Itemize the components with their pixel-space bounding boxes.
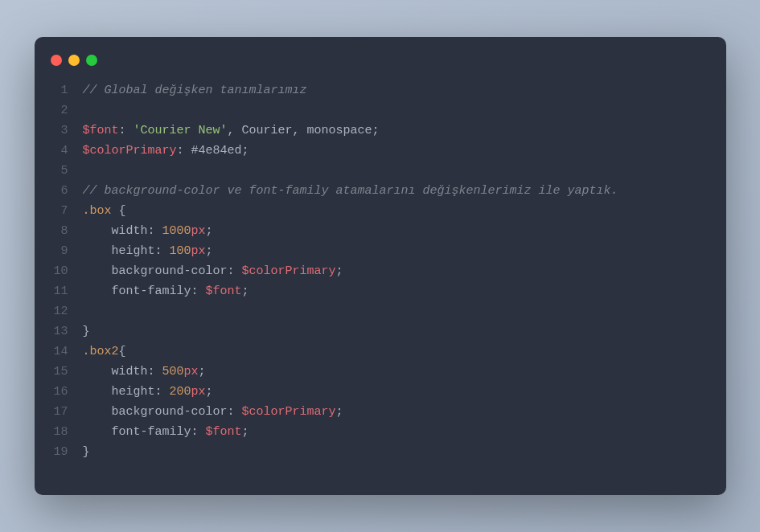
code-token: ;: [242, 425, 249, 439]
code-area[interactable]: 12345678910111213141516171819 // Global …: [35, 80, 726, 462]
code-line[interactable]: height: 200px;: [83, 382, 618, 402]
line-number: 3: [51, 121, 68, 141]
line-number: 12: [51, 301, 68, 321]
code-line[interactable]: $font: 'Courier New', Courier, monospace…: [83, 121, 618, 141]
code-token: height: [112, 385, 155, 399]
code-token: width: [112, 365, 148, 379]
code-token: :: [191, 425, 206, 439]
code-token: font-family: [112, 284, 191, 298]
code-token: background-color: [112, 405, 228, 419]
code-token: :: [155, 244, 170, 258]
code-token: 500: [162, 365, 184, 379]
code-line[interactable]: $colorPrimary: #4e84ed;: [83, 141, 618, 161]
code-token: $font: [206, 425, 242, 439]
code-line[interactable]: width: 1000px;: [83, 221, 618, 241]
line-number: 7: [51, 201, 68, 221]
code-token: [83, 425, 112, 439]
code-token: :: [228, 405, 242, 419]
code-token: }: [83, 325, 90, 338]
code-token: height: [112, 244, 155, 258]
line-number: 13: [51, 321, 68, 342]
code-token: :: [191, 284, 206, 298]
code-line[interactable]: [83, 161, 618, 181]
line-number: 1: [51, 80, 68, 100]
window-titlebar: [35, 55, 726, 80]
code-token: , Courier, monospace: [228, 124, 372, 137]
code-line[interactable]: [83, 301, 618, 321]
code-line[interactable]: background-color: $colorPrimary;: [83, 261, 618, 281]
code-token: px: [191, 224, 206, 238]
code-token: ;: [199, 365, 206, 379]
close-icon[interactable]: [51, 55, 62, 66]
line-number: 14: [51, 342, 68, 362]
code-token: $colorPrimary: [242, 264, 336, 278]
code-line[interactable]: height: 100px;: [83, 241, 618, 261]
line-number: 19: [51, 442, 68, 462]
code-token: background-color: [112, 264, 228, 278]
code-token: :: [119, 124, 134, 137]
code-line[interactable]: width: 500px;: [83, 362, 618, 382]
line-number-gutter: 12345678910111213141516171819: [51, 80, 83, 462]
code-token: .box: [83, 204, 112, 218]
line-number: 15: [51, 362, 68, 382]
code-token: ;: [372, 124, 380, 137]
code-token: width: [112, 224, 148, 238]
code-token: [83, 284, 112, 298]
code-token: [83, 264, 112, 278]
line-number: 17: [51, 402, 68, 422]
code-token: 200: [170, 385, 191, 399]
code-token: :: [228, 264, 242, 278]
code-token: $font: [206, 284, 242, 298]
code-line[interactable]: [83, 100, 618, 121]
code-token: px: [184, 365, 199, 379]
code-token: font-family: [112, 425, 191, 439]
code-token: [83, 244, 112, 258]
code-token: // Global değişken tanımlarımız: [83, 84, 307, 97]
code-token: .box2: [83, 345, 119, 358]
code-token: 100: [170, 244, 191, 258]
code-token: ;: [242, 144, 249, 158]
code-token: ;: [206, 224, 213, 238]
code-line[interactable]: // background-color ve font-family atama…: [83, 181, 618, 201]
code-line[interactable]: // Global değişken tanımlarımız: [83, 80, 618, 100]
line-number: 5: [51, 161, 68, 181]
line-number: 6: [51, 181, 68, 201]
code-content[interactable]: // Global değişken tanımlarımız $font: '…: [83, 80, 618, 462]
code-line[interactable]: background-color: $colorPrimary;: [83, 402, 618, 422]
code-token: ;: [336, 264, 343, 278]
code-token: #4e84ed: [191, 144, 242, 158]
code-token: }: [83, 445, 90, 459]
code-token: px: [191, 244, 206, 258]
code-token: // background-color ve font-family atama…: [83, 184, 618, 198]
line-number: 9: [51, 241, 68, 261]
code-token: :: [177, 144, 191, 158]
code-token: ;: [206, 385, 213, 399]
code-token: :: [148, 365, 162, 379]
code-token: :: [148, 224, 162, 238]
code-token: 1000: [162, 224, 191, 238]
line-number: 18: [51, 422, 68, 442]
line-number: 10: [51, 261, 68, 281]
minimize-icon[interactable]: [68, 55, 80, 66]
code-token: {: [119, 345, 126, 358]
code-token: $font: [83, 124, 119, 137]
code-token: $colorPrimary: [242, 405, 336, 419]
line-number: 11: [51, 281, 68, 301]
code-line[interactable]: }: [83, 442, 618, 462]
code-token: ;: [206, 244, 213, 258]
code-token: [83, 385, 112, 399]
code-token: 'Courier New': [134, 124, 228, 137]
code-token: [83, 405, 112, 419]
line-number: 4: [51, 141, 68, 161]
editor-window: 12345678910111213141516171819 // Global …: [35, 37, 726, 495]
maximize-icon[interactable]: [86, 55, 97, 66]
code-line[interactable]: }: [83, 321, 618, 342]
code-token: px: [191, 385, 206, 399]
code-token: $colorPrimary: [83, 144, 177, 158]
code-line[interactable]: .box {: [83, 201, 618, 221]
code-line[interactable]: font-family: $font;: [83, 422, 618, 442]
code-line[interactable]: font-family: $font;: [83, 281, 618, 301]
line-number: 2: [51, 100, 68, 121]
code-line[interactable]: .box2{: [83, 342, 618, 362]
line-number: 8: [51, 221, 68, 241]
